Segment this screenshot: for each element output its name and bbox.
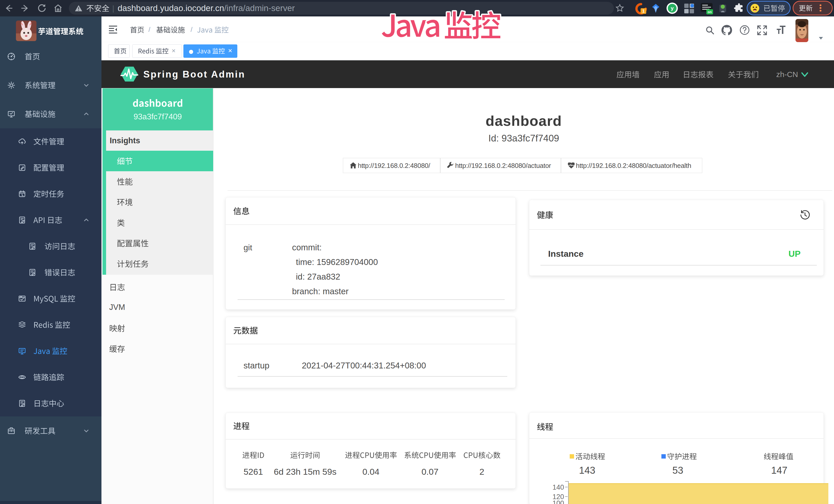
svg-text:1: 1 [642,9,644,14]
svg-text:on: on [708,10,712,14]
svg-text:y: y [671,5,674,11]
